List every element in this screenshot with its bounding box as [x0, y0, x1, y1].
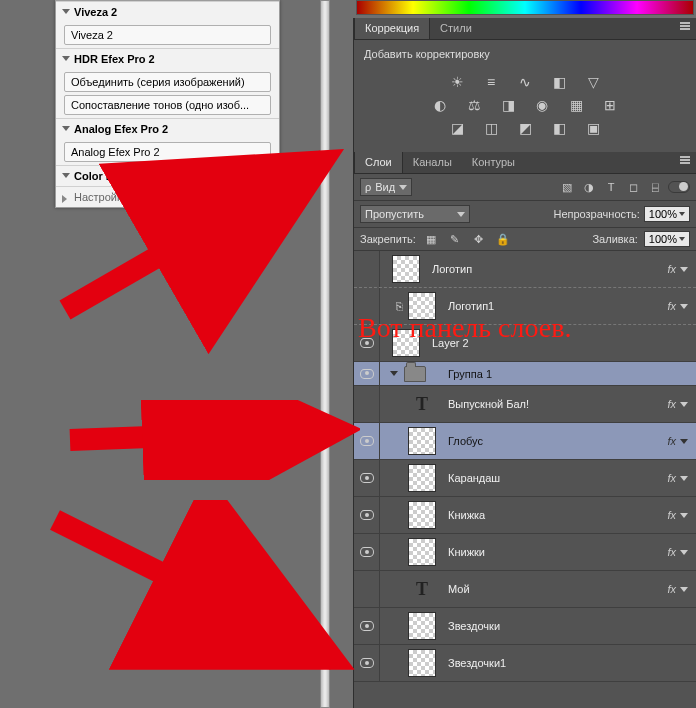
fx-expand-icon[interactable] [680, 439, 688, 444]
layer-name[interactable]: Layer 2 [424, 337, 696, 349]
vibrance-icon[interactable]: ▽ [583, 73, 603, 91]
layer-name[interactable]: Звездочки1 [440, 657, 696, 669]
visibility-toggle[interactable] [354, 423, 380, 459]
layer-name[interactable]: Группа 1 [440, 368, 696, 380]
fx-expand-icon[interactable] [680, 304, 688, 309]
fx-badge[interactable]: fx [667, 546, 680, 558]
fx-badge[interactable]: fx [667, 509, 680, 521]
lock-all-icon[interactable]: 🔒 [494, 231, 512, 247]
layer-row[interactable]: ⎘Логотип1fx [354, 288, 696, 325]
layer-name[interactable]: Карандаш [440, 472, 667, 484]
plugin-item[interactable]: Analog Efex Pro 2 [64, 142, 271, 162]
mixer-icon[interactable]: ▦ [566, 96, 586, 114]
photo-icon[interactable]: ◉ [532, 96, 552, 114]
layer-name[interactable]: Глобус [440, 435, 667, 447]
opacity-input[interactable]: 100% [644, 206, 690, 222]
poster-icon[interactable]: ◫ [481, 119, 501, 137]
fx-expand-icon[interactable] [680, 550, 688, 555]
tab-adjustments[interactable]: Коррекция [354, 18, 430, 39]
visibility-toggle[interactable] [354, 608, 380, 644]
lock-move-icon[interactable]: ✥ [470, 231, 488, 247]
fx-badge[interactable]: fx [667, 472, 680, 484]
layer-row[interactable]: Карандашfx [354, 460, 696, 497]
filter-fx-icon[interactable]: ◑ [580, 179, 598, 195]
visibility-toggle[interactable] [354, 497, 380, 533]
plugin-section-header[interactable]: Viveza 2 [56, 2, 279, 22]
visibility-toggle[interactable] [354, 534, 380, 570]
curves-icon[interactable]: ∿ [515, 73, 535, 91]
brightness-icon[interactable]: ☀ [447, 73, 467, 91]
fx-expand-icon[interactable] [680, 513, 688, 518]
layer-row[interactable]: Звездочки [354, 608, 696, 645]
fill-input[interactable]: 100% [644, 231, 690, 247]
fx-badge[interactable]: fx [667, 398, 680, 410]
layer-row[interactable]: Книжкиfx [354, 534, 696, 571]
fx-expand-icon[interactable] [680, 587, 688, 592]
fx-badge[interactable]: fx [667, 263, 680, 275]
bw-icon[interactable]: ◨ [498, 96, 518, 114]
tab-styles[interactable]: Стили [430, 18, 482, 39]
plugin-item[interactable]: Объединить (серия изображений) [64, 72, 271, 92]
visibility-toggle[interactable] [354, 645, 380, 681]
threshold-icon[interactable]: ◩ [515, 119, 535, 137]
visibility-toggle[interactable] [354, 288, 380, 324]
visibility-toggle[interactable] [354, 460, 380, 496]
layer-row[interactable]: Звездочки1 [354, 645, 696, 682]
plugin-section-header[interactable]: HDR Efex Pro 2 [56, 49, 279, 69]
filter-image-icon[interactable]: ▧ [558, 179, 576, 195]
filter-smart-icon[interactable]: ⌸ [646, 179, 664, 195]
visibility-toggle[interactable] [354, 386, 380, 422]
levels-icon[interactable]: ≡ [481, 73, 501, 91]
layer-name[interactable]: Логотип [424, 263, 667, 275]
balance-icon[interactable]: ⚖ [464, 96, 484, 114]
filter-text-icon[interactable]: T [602, 179, 620, 195]
kind-select[interactable]: ρВид [360, 178, 412, 196]
tab-paths[interactable]: Контуры [462, 152, 525, 173]
fx-expand-icon[interactable] [680, 267, 688, 272]
visibility-toggle[interactable] [354, 362, 380, 385]
layer-row[interactable]: Логотипfx [354, 251, 696, 288]
lookup-icon[interactable]: ⊞ [600, 96, 620, 114]
layer-row[interactable]: Группа 1 [354, 362, 696, 386]
fx-badge[interactable]: fx [667, 300, 680, 312]
exposure-icon[interactable]: ◧ [549, 73, 569, 91]
visibility-toggle[interactable] [354, 325, 380, 361]
layers-menu-icon[interactable] [678, 156, 692, 168]
panel-divider[interactable] [320, 0, 330, 708]
hue-icon[interactable]: ◐ [430, 96, 450, 114]
layer-row[interactable]: TМойfx [354, 571, 696, 608]
fx-expand-icon[interactable] [680, 476, 688, 481]
fx-expand-icon[interactable] [680, 402, 688, 407]
blend-select[interactable]: Пропустить [360, 205, 470, 223]
layer-row[interactable]: TВыпускной Бал!fx [354, 386, 696, 423]
layer-row[interactable]: Глобусfx [354, 423, 696, 460]
color-spectrum[interactable] [356, 0, 694, 15]
visibility-toggle[interactable] [354, 571, 380, 607]
filter-shape-icon[interactable]: ◻ [624, 179, 642, 195]
invert-icon[interactable]: ◪ [447, 119, 467, 137]
layer-name[interactable]: Книжки [440, 546, 667, 558]
tab-layers[interactable]: Слои [354, 152, 403, 173]
adjustments-menu-icon[interactable] [678, 22, 692, 34]
plugin-section-header[interactable]: Color Efex Pro 4 [56, 166, 279, 186]
selective-icon[interactable]: ▣ [583, 119, 603, 137]
plugin-section-header[interactable]: Analog Efex Pro 2 [56, 119, 279, 139]
layer-name[interactable]: Логотип1 [440, 300, 667, 312]
layer-name[interactable]: Мой [440, 583, 667, 595]
fx-badge[interactable]: fx [667, 435, 680, 447]
visibility-toggle[interactable] [354, 251, 380, 287]
fx-badge[interactable]: fx [667, 583, 680, 595]
lock-pixels-icon[interactable]: ▦ [422, 231, 440, 247]
gradient-icon[interactable]: ◧ [549, 119, 569, 137]
layer-name[interactable]: Звездочки [440, 620, 696, 632]
tab-channels[interactable]: Каналы [403, 152, 462, 173]
layer-name[interactable]: Книжка [440, 509, 667, 521]
filter-toggle[interactable] [668, 181, 690, 193]
layer-row[interactable]: Книжкаfx [354, 497, 696, 534]
plugins-settings[interactable]: Настройки [56, 186, 279, 207]
lock-brush-icon[interactable]: ✎ [446, 231, 464, 247]
layer-name[interactable]: Выпускной Бал! [440, 398, 667, 410]
layer-row[interactable]: Layer 2 [354, 325, 696, 362]
plugin-item[interactable]: Сопоставление тонов (одно изоб... [64, 95, 271, 115]
plugin-item[interactable]: Viveza 2 [64, 25, 271, 45]
